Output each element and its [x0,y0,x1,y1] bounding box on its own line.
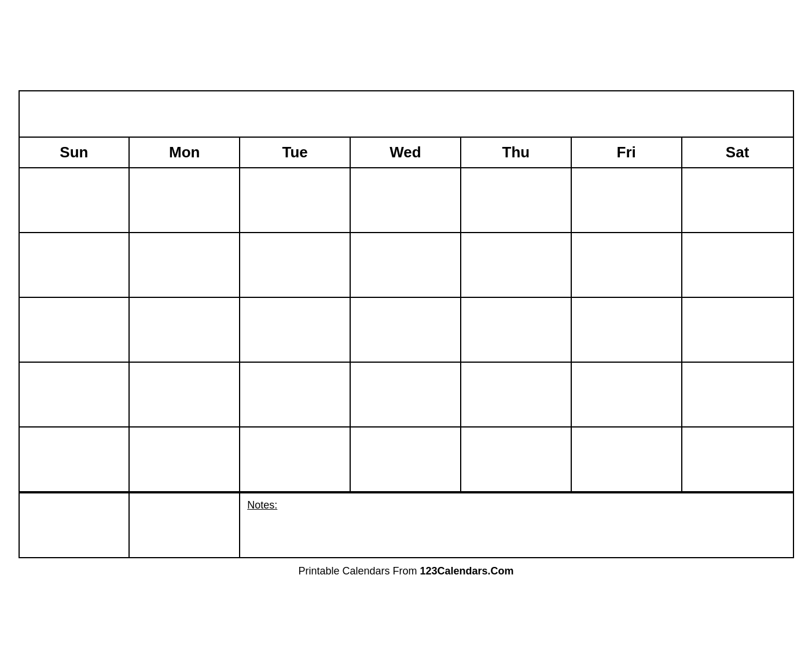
table-row [20,233,130,297]
notes-empty-cell-1 [20,493,130,557]
header-tue: Tue [240,138,351,167]
header-thu: Thu [461,138,572,167]
table-row [20,428,130,491]
table-row [351,168,461,232]
header-fri: Fri [572,138,682,167]
table-row [351,428,461,491]
table-row [130,298,240,362]
calendar-week-5 [20,428,793,492]
table-row [682,298,793,362]
table-row [682,428,793,491]
table-row [240,363,351,426]
table-row [240,428,351,491]
table-row [572,168,682,232]
notes-label: Notes: [247,499,785,511]
footer-text-normal: Printable Calendars From [298,565,420,577]
table-row [351,298,461,362]
calendar-wrapper: Sun Mon Tue Wed Thu Fri Sat [19,90,794,577]
table-row [682,233,793,297]
table-row [240,168,351,232]
notes-row: Notes: [20,492,793,557]
calendar-week-3 [20,298,793,363]
header-sat: Sat [682,138,793,167]
calendar-header: Sun Mon Tue Wed Thu Fri Sat [20,138,793,168]
table-row [572,428,682,491]
table-row [572,363,682,426]
notes-empty-cell-2 [130,493,240,557]
table-row [130,363,240,426]
table-row [682,168,793,232]
table-row [682,363,793,426]
table-row [20,168,130,232]
calendar-container: Sun Mon Tue Wed Thu Fri Sat [19,90,794,558]
calendar-body: Notes: [20,168,793,557]
table-row [461,168,572,232]
table-row [20,363,130,426]
calendar-title-row [20,91,793,138]
table-row [130,168,240,232]
table-row [461,298,572,362]
footer-text-bold: 123Calendars.Com [420,565,514,577]
table-row [20,298,130,362]
table-row [461,233,572,297]
header-sun: Sun [20,138,130,167]
calendar-week-1 [20,168,793,233]
footer: Printable Calendars From 123Calendars.Co… [19,565,794,577]
table-row [351,233,461,297]
table-row [461,363,572,426]
table-row [572,298,682,362]
table-row [240,233,351,297]
table-row [130,233,240,297]
table-row [461,428,572,491]
table-row [240,298,351,362]
header-wed: Wed [351,138,461,167]
calendar-week-4 [20,363,793,428]
table-row [572,233,682,297]
table-row [130,428,240,491]
header-mon: Mon [130,138,240,167]
notes-content-cell: Notes: [240,493,792,557]
table-row [351,363,461,426]
calendar-week-2 [20,233,793,298]
